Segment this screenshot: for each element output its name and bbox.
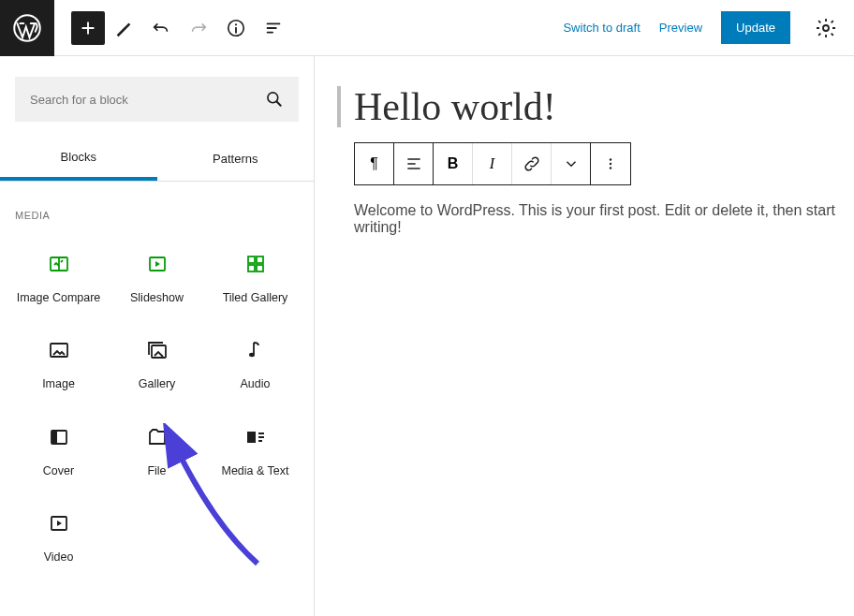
svg-point-2 xyxy=(235,23,237,25)
block-gallery[interactable]: Gallery xyxy=(108,320,206,406)
block-cover[interactable]: Cover xyxy=(9,407,108,493)
block-video[interactable]: Video xyxy=(9,493,108,579)
post-title[interactable]: Hello world! xyxy=(354,84,556,129)
gear-icon xyxy=(815,17,837,39)
align-button[interactable] xyxy=(394,143,434,184)
update-button[interactable]: Update xyxy=(721,11,790,44)
editor-canvas: Hello world! ¶ B I Welcome to WordPress.… xyxy=(315,56,854,616)
svg-point-4 xyxy=(823,25,829,31)
tab-blocks[interactable]: Blocks xyxy=(0,137,157,181)
svg-rect-17 xyxy=(247,432,256,443)
block-label: Image xyxy=(42,376,75,391)
block-slideshow[interactable]: Slideshow xyxy=(108,234,206,320)
paragraph-type-button[interactable]: ¶ xyxy=(355,143,394,184)
bold-button[interactable]: B xyxy=(434,143,473,184)
bold-icon: B xyxy=(448,155,459,172)
italic-button[interactable]: I xyxy=(473,143,512,184)
tab-patterns[interactable]: Patterns xyxy=(157,137,315,181)
chevron-down-icon xyxy=(563,155,580,172)
block-label: Slideshow xyxy=(130,290,184,305)
pilcrow-icon: ¶ xyxy=(370,155,378,172)
svg-rect-11 xyxy=(257,265,263,271)
slideshow-icon xyxy=(146,253,169,275)
search-wrap xyxy=(0,56,314,137)
wordpress-icon xyxy=(13,14,41,42)
cover-icon xyxy=(48,426,70,448)
svg-point-21 xyxy=(610,167,611,169)
svg-rect-10 xyxy=(248,265,255,271)
svg-rect-8 xyxy=(248,257,255,263)
media-text-icon xyxy=(244,426,267,448)
svg-rect-12 xyxy=(51,344,67,357)
svg-point-20 xyxy=(610,163,611,165)
svg-point-19 xyxy=(610,158,611,160)
edit-button[interactable] xyxy=(105,9,142,47)
search-input[interactable] xyxy=(30,93,233,107)
audio-icon xyxy=(244,339,267,361)
post-body[interactable]: Welcome to WordPress. This is your first… xyxy=(337,202,854,236)
link-button[interactable] xyxy=(512,143,552,184)
svg-rect-9 xyxy=(257,257,263,263)
info-icon xyxy=(226,18,246,38)
file-icon xyxy=(146,426,169,448)
block-label: Media & Text xyxy=(221,463,288,478)
block-drag-handle[interactable] xyxy=(337,86,341,127)
block-media-text[interactable]: Media & Text xyxy=(206,407,304,493)
outline-button[interactable] xyxy=(255,9,292,47)
block-toolbar: ¶ B I xyxy=(354,142,631,185)
block-label: Image Compare xyxy=(17,290,101,305)
main-area: Blocks Patterns MEDIA Image Compare Slid… xyxy=(0,56,854,616)
toolbar-left-group xyxy=(71,9,292,47)
editor-topbar: Switch to draft Preview Update xyxy=(0,0,854,56)
link-icon xyxy=(523,154,541,173)
block-tiled-gallery[interactable]: Tiled Gallery xyxy=(206,234,304,320)
block-audio[interactable]: Audio xyxy=(206,320,304,406)
kebab-icon xyxy=(602,155,619,172)
preview-button[interactable]: Preview xyxy=(659,21,702,35)
block-image[interactable]: Image xyxy=(9,320,108,406)
inserter-tabs: Blocks Patterns xyxy=(0,137,314,182)
redo-icon xyxy=(188,18,209,38)
more-options-button[interactable] xyxy=(591,143,630,184)
block-inserter-panel: Blocks Patterns MEDIA Image Compare Slid… xyxy=(0,56,315,616)
block-grid: Image Compare Slideshow Tiled Gallery Im… xyxy=(0,234,314,598)
details-button[interactable] xyxy=(217,9,255,47)
title-row: Hello world! xyxy=(337,84,854,129)
gallery-icon xyxy=(146,339,169,361)
block-label: Audio xyxy=(241,376,271,391)
toolbar-right-group: Switch to draft Preview Update xyxy=(563,11,854,44)
plus-icon xyxy=(78,18,98,38)
more-rich-button[interactable] xyxy=(552,143,591,184)
video-icon xyxy=(48,512,70,535)
svg-rect-3 xyxy=(235,27,237,33)
align-icon xyxy=(405,154,423,173)
search-icon xyxy=(265,90,284,109)
image-compare-icon xyxy=(48,253,70,275)
block-label: Cover xyxy=(43,463,74,478)
undo-button[interactable] xyxy=(142,9,180,47)
search-field[interactable] xyxy=(15,77,299,122)
list-view-icon xyxy=(263,18,284,38)
svg-rect-16 xyxy=(52,431,57,444)
svg-point-14 xyxy=(249,353,255,357)
tiled-gallery-icon xyxy=(244,253,267,275)
block-label: Gallery xyxy=(139,376,176,391)
switch-to-draft-button[interactable]: Switch to draft xyxy=(563,21,640,35)
section-label-media: MEDIA xyxy=(0,182,314,234)
block-label: Tiled Gallery xyxy=(223,290,288,305)
block-image-compare[interactable]: Image Compare xyxy=(9,234,108,320)
redo-button[interactable] xyxy=(180,9,217,47)
undo-icon xyxy=(151,18,171,38)
italic-icon: I xyxy=(490,155,494,172)
block-file[interactable]: File xyxy=(108,407,206,493)
image-icon xyxy=(48,339,70,361)
block-label: File xyxy=(147,463,166,478)
pencil-icon xyxy=(113,18,134,38)
wordpress-logo[interactable] xyxy=(0,0,54,56)
add-block-button[interactable] xyxy=(71,11,105,45)
settings-button[interactable] xyxy=(815,17,837,39)
block-label: Video xyxy=(44,550,74,565)
